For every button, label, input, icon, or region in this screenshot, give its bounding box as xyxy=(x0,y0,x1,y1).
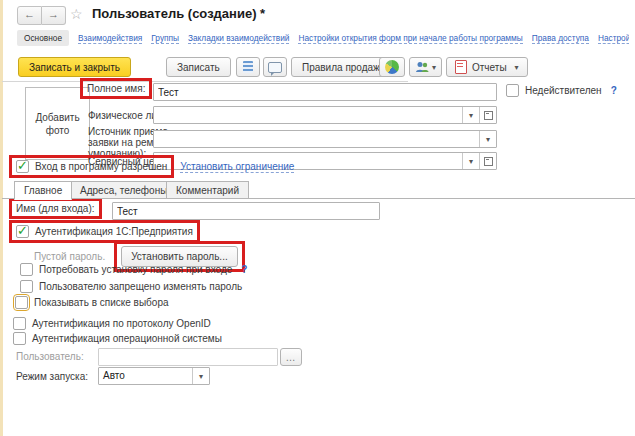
nav-link-settings[interactable]: Настройки xyxy=(598,33,629,44)
nav-link-interaction-tabs[interactable]: Закладки взаимодействий xyxy=(188,33,289,44)
show-in-list-label: Показывать в списке выбора xyxy=(34,297,169,308)
open-form-icon xyxy=(484,157,493,166)
require-password-help-icon[interactable]: ? xyxy=(241,264,247,275)
report-icon xyxy=(455,60,467,74)
invalid-label: Недействителен xyxy=(525,85,602,96)
auth-openid-row: Аутентификация по протоколу OpenID xyxy=(13,317,211,330)
request-source-field[interactable]: ▾ xyxy=(153,130,497,148)
open-form-icon xyxy=(484,111,493,120)
stacked-sheets-icon xyxy=(243,61,253,73)
login-name-input[interactable] xyxy=(112,202,380,220)
tab-main[interactable]: Главное xyxy=(14,181,72,200)
structure-button[interactable] xyxy=(236,57,260,77)
login-name-label: Имя (для входа): xyxy=(16,203,95,214)
chevron-down-icon: ▾ xyxy=(199,372,203,381)
nav-link-groups[interactable]: Группы xyxy=(151,33,179,44)
nav-link-form-open-settings[interactable]: Настройки открытия форм при начале работ… xyxy=(298,33,522,44)
auth-1c-label: Аутентификация 1С:Предприятия xyxy=(35,226,193,237)
full-name-label: Полное имя: xyxy=(87,83,145,94)
people-icon xyxy=(415,61,429,73)
chevron-down-icon: ▾ xyxy=(515,63,519,72)
annotation-auth-1c: ✓ Аутентификация 1С:Предприятия xyxy=(9,220,200,243)
login-allowed-label: Вход в программу разрешен xyxy=(35,161,167,172)
check-icon: ✓ xyxy=(17,161,28,171)
forward-button[interactable]: → xyxy=(42,6,66,25)
nav-link-access-rights[interactable]: Права доступа xyxy=(532,33,589,44)
auth-os-checkbox[interactable] xyxy=(13,332,26,345)
os-user-select-button[interactable]: … xyxy=(280,348,302,366)
service-center-open-button[interactable] xyxy=(479,153,496,169)
annotation-login-name: Имя (для входа): xyxy=(9,198,102,219)
empty-password-text: Пустой пароль. xyxy=(34,251,105,262)
user-creation-window: ← → ☆ Пользователь (создание) * Основное… xyxy=(0,0,635,436)
tab-addresses[interactable]: Адреса, телефоны xyxy=(70,181,177,199)
require-password-label: Потребовать установку пароля при входе xyxy=(39,264,232,275)
back-button[interactable]: ← xyxy=(17,6,42,25)
service-center-dropdown-button[interactable]: ▾ xyxy=(462,153,479,169)
chevron-down-icon: ▾ xyxy=(432,63,436,72)
ellipsis-icon: … xyxy=(286,352,297,363)
invalid-checkbox[interactable] xyxy=(506,84,519,97)
section-nav: Основное Взаимодействия Группы Закладки … xyxy=(17,30,629,46)
invalid-help-icon[interactable]: ? xyxy=(611,85,617,96)
save-and-close-button[interactable]: Записать и закрыть xyxy=(18,57,131,77)
reports-button-label: Отчеты xyxy=(472,62,507,73)
pie-chart-icon xyxy=(385,60,399,74)
require-password-row: Потребовать установку пароля при входе ? xyxy=(20,263,247,276)
forbid-password-change-row: Пользователю запрещено изменять пароль xyxy=(20,280,242,293)
check-icon: ✓ xyxy=(17,226,28,236)
launch-mode-dropdown-button[interactable]: ▾ xyxy=(192,368,209,384)
discussion-button[interactable] xyxy=(263,57,287,77)
chevron-down-icon: ▾ xyxy=(469,157,473,166)
speech-bubble-icon xyxy=(268,62,282,73)
require-password-checkbox[interactable] xyxy=(20,263,33,276)
forward-icon: → xyxy=(48,8,59,20)
os-user-field xyxy=(98,348,278,366)
tab-underline xyxy=(2,198,635,199)
reports-button[interactable]: Отчеты ▾ xyxy=(446,57,528,77)
person-open-button[interactable] xyxy=(479,107,496,123)
os-user-value xyxy=(99,349,277,365)
save-button[interactable]: Записать xyxy=(166,57,231,77)
set-restriction-link[interactable]: Установить ограничение xyxy=(180,161,294,173)
auth-os-label: Аутентификация операционной системы xyxy=(32,333,222,344)
tab-comment[interactable]: Комментарий xyxy=(166,181,249,199)
login-allowed-checkbox[interactable]: ✓ xyxy=(16,160,29,173)
favorite-star-icon[interactable]: ☆ xyxy=(70,6,83,22)
show-in-list-checkbox[interactable] xyxy=(15,296,28,309)
user-groups-button[interactable]: ▾ xyxy=(409,57,442,77)
add-photo-label: Добавить фото xyxy=(33,111,83,137)
subordination-structure-button[interactable] xyxy=(379,57,405,77)
launch-mode-label: Режим запуска: xyxy=(16,371,88,382)
forbid-password-change-label: Пользователю запрещено изменять пароль xyxy=(39,281,242,292)
chevron-down-icon: ▾ xyxy=(469,111,473,120)
launch-mode-combo[interactable]: Авто ▾ xyxy=(98,367,210,385)
person-field[interactable]: ▾ xyxy=(153,106,497,124)
person-value xyxy=(154,107,462,123)
annotation-login-allowed: ✓ Вход в программу разрешен xyxy=(9,155,174,178)
request-source-dropdown-button[interactable]: ▾ xyxy=(479,131,496,147)
toolbar-separator xyxy=(2,81,408,82)
auth-os-row: Аутентификация операционной системы xyxy=(13,332,222,345)
forbid-password-change-checkbox[interactable] xyxy=(20,280,33,293)
nav-item-main[interactable]: Основное xyxy=(17,30,69,46)
launch-mode-value: Авто xyxy=(99,368,192,384)
annotation-full-name: Полное имя: xyxy=(80,78,152,99)
back-icon: ← xyxy=(24,8,35,20)
nav-link-interactions[interactable]: Взаимодействия xyxy=(78,33,142,44)
page-title: Пользователь (создание) * xyxy=(92,6,265,21)
left-edge-stripe xyxy=(0,0,3,436)
history-nav-buttons: ← → xyxy=(17,6,66,25)
auth-openid-checkbox[interactable] xyxy=(13,317,26,330)
request-source-value xyxy=(154,131,479,147)
auth-1c-checkbox[interactable]: ✓ xyxy=(16,225,29,238)
invalid-checkbox-row: Недействителен ? xyxy=(506,84,617,97)
login-allowed-row: ✓ Вход в программу разрешен Установить о… xyxy=(9,155,294,178)
full-name-input[interactable] xyxy=(153,83,497,101)
sales-rules-button[interactable]: Правила продаж xyxy=(291,57,391,77)
os-user-label: Пользователь: xyxy=(16,351,84,362)
person-dropdown-button[interactable]: ▾ xyxy=(462,107,479,123)
auth-openid-label: Аутентификация по протоколу OpenID xyxy=(32,318,211,329)
chevron-down-icon: ▾ xyxy=(486,135,490,144)
show-in-list-row: Показывать в списке выбора xyxy=(15,296,169,309)
